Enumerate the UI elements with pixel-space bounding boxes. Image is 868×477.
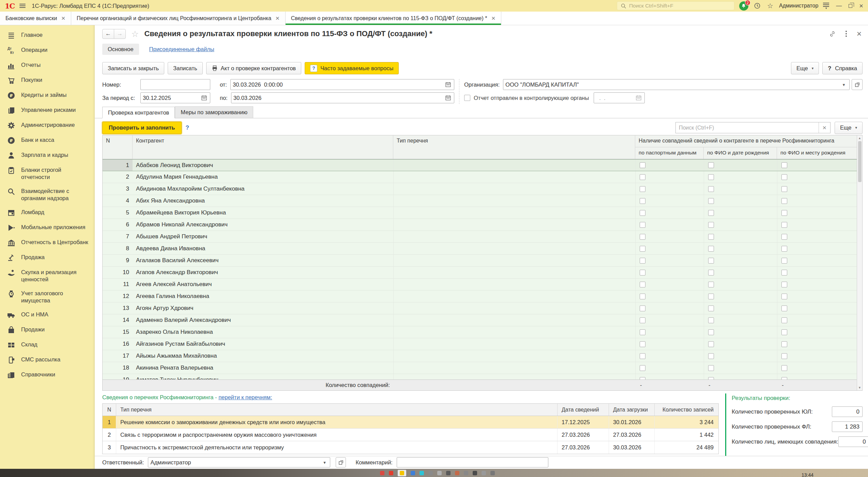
- match-checkbox[interactable]: [781, 270, 787, 275]
- match-checkbox[interactable]: [640, 162, 645, 168]
- contractor-row[interactable]: 4Абих Яна Александровна: [103, 195, 857, 207]
- check-help-link[interactable]: ?: [186, 124, 189, 131]
- contractor-row[interactable]: 13Агоян Артур Хдрович: [103, 302, 857, 314]
- col-list-type[interactable]: Тип перечня: [393, 135, 635, 159]
- match-checkbox[interactable]: [640, 353, 645, 359]
- contractor-row[interactable]: 3Абидинова Махларойим Султанбековна: [103, 183, 857, 195]
- col-contractor[interactable]: Контрагент: [133, 135, 393, 159]
- sidebar-item[interactable]: Склад: [0, 338, 95, 353]
- match-checkbox[interactable]: [640, 341, 645, 347]
- table-more-button[interactable]: Еще▾: [835, 122, 863, 134]
- match-checkbox[interactable]: [781, 186, 787, 192]
- calendar-icon[interactable]: [444, 82, 452, 87]
- comment-field[interactable]: [397, 457, 548, 467]
- open-responsible-button[interactable]: [336, 457, 346, 467]
- contractor-row[interactable]: 7Абышев Андрей Петрович: [103, 231, 857, 243]
- match-checkbox[interactable]: [781, 246, 787, 252]
- match-checkbox[interactable]: [708, 329, 714, 335]
- tab-close-icon[interactable]: ✕: [275, 15, 280, 21]
- sidebar-item[interactable]: СМС рассылка: [0, 353, 95, 368]
- link-icon[interactable]: [829, 30, 836, 38]
- faq-button[interactable]: ? Часто задаваемые вопросы: [305, 62, 399, 74]
- vertical-scrollbar[interactable]: ▲ ▼: [857, 135, 862, 390]
- match-checkbox[interactable]: [708, 282, 714, 287]
- history-icon[interactable]: [753, 2, 761, 10]
- clear-search-icon[interactable]: ✕: [819, 122, 830, 133]
- sidebar-item[interactable]: Справочники: [0, 368, 95, 383]
- match-checkbox[interactable]: [640, 246, 645, 252]
- list-row[interactable]: 1Решение комиссии о замораживании денежн…: [103, 416, 718, 429]
- match-checkbox[interactable]: [781, 174, 787, 180]
- back-button[interactable]: ←: [102, 29, 114, 39]
- result-value[interactable]: [832, 406, 863, 417]
- sidebar-item[interactable]: Ломбард: [0, 205, 95, 220]
- match-checkbox[interactable]: [781, 353, 787, 359]
- col-by-passport[interactable]: по паспортным данным: [635, 147, 704, 159]
- sidebar-item[interactable]: Управление рисками: [0, 103, 95, 118]
- close-window-button[interactable]: ×: [859, 2, 863, 10]
- calendar-icon[interactable]: [200, 95, 208, 101]
- match-checkbox[interactable]: [781, 222, 787, 228]
- tab-close-icon[interactable]: ✕: [491, 15, 496, 21]
- sidebar-item[interactable]: Продажи: [0, 323, 95, 338]
- save-button[interactable]: Записать: [168, 62, 203, 74]
- contractor-row[interactable]: 8Авдеева Диана Ивановна: [103, 243, 857, 255]
- contractor-row[interactable]: 15Азаренко Ольга Николаевна: [103, 326, 857, 338]
- match-checkbox[interactable]: [640, 174, 645, 180]
- scrollbar-thumb[interactable]: [858, 141, 862, 182]
- contractor-row[interactable]: 5Абрамейцева Виктория Юрьевна: [103, 207, 857, 219]
- close-form-button[interactable]: ✕: [856, 30, 862, 38]
- contractor-row[interactable]: 18Акинина Рената Валерьевна: [103, 362, 857, 374]
- taskbar-app-icon[interactable]: [482, 471, 486, 475]
- tab-contractor-check[interactable]: Проверка контрагентов: [102, 107, 175, 118]
- match-checkbox[interactable]: [640, 222, 645, 228]
- col-n[interactable]: N: [103, 135, 133, 159]
- sidebar-item[interactable]: Скупка и реализация ценностей: [0, 265, 95, 286]
- global-search-input[interactable]: [629, 3, 731, 9]
- go-to-lists-link[interactable]: перейти к перечням:: [218, 394, 272, 400]
- act-print-button[interactable]: Акт о проверке контрагентов: [206, 62, 302, 74]
- tab-main[interactable]: Основное: [102, 44, 139, 55]
- match-checkbox[interactable]: [640, 234, 645, 240]
- taskbar-app-icon[interactable]: [473, 471, 477, 475]
- contractor-row[interactable]: 17Айыжы Ажыкмаа Михайловна: [103, 350, 857, 362]
- global-search[interactable]: [617, 1, 734, 10]
- calendar-icon[interactable]: [635, 95, 642, 101]
- match-checkbox[interactable]: [640, 377, 645, 380]
- contractor-row[interactable]: 19Акматов Тилек Нурдунбекович: [103, 374, 857, 379]
- match-checkbox[interactable]: [640, 317, 645, 323]
- result-value[interactable]: [832, 421, 863, 432]
- match-checkbox[interactable]: [708, 305, 714, 311]
- dropdown-icon[interactable]: ▾: [321, 460, 328, 465]
- taskbar-app-icon[interactable]: [455, 471, 459, 475]
- match-checkbox[interactable]: [640, 198, 645, 204]
- taskbar-app-icon[interactable]: [389, 471, 393, 475]
- match-checkbox[interactable]: [708, 210, 714, 216]
- match-checkbox[interactable]: [781, 282, 787, 287]
- taskbar-app-icon[interactable]: [411, 471, 415, 475]
- match-checkbox[interactable]: [640, 270, 645, 275]
- table-search[interactable]: ✕: [675, 122, 831, 133]
- check-and-fill-button[interactable]: Проверить и заполнить: [102, 122, 182, 134]
- dropdown-icon[interactable]: ▾: [840, 82, 847, 87]
- sidebar-item[interactable]: Взаимодействие с органами надзора: [0, 184, 95, 205]
- col-by-name-birthplace[interactable]: по ФИО и месту рождения: [777, 147, 857, 159]
- match-checkbox[interactable]: [781, 317, 787, 323]
- match-checkbox[interactable]: [781, 162, 787, 168]
- period-to-field[interactable]: [231, 92, 454, 103]
- favorites-star-icon[interactable]: ☆: [766, 2, 774, 10]
- sidebar-item[interactable]: Бланки строгой отчетности: [0, 163, 95, 184]
- match-checkbox[interactable]: [781, 341, 787, 347]
- contractor-row[interactable]: 16Айгазинов Рустам Байгабылович: [103, 338, 857, 350]
- match-checkbox[interactable]: [708, 246, 714, 252]
- period-from-field[interactable]: [140, 92, 210, 103]
- report-sent-date-field[interactable]: [594, 92, 645, 103]
- contractor-row[interactable]: 14Адаменко Валерий Александрович: [103, 314, 857, 326]
- forward-button[interactable]: →: [114, 29, 126, 39]
- tab-close-icon[interactable]: ✕: [61, 15, 65, 21]
- tools-menu-icon[interactable]: ▾: [823, 3, 829, 9]
- match-checkbox[interactable]: [708, 222, 714, 228]
- taskbar-app-icon[interactable]: [398, 470, 406, 476]
- table-search-input[interactable]: [676, 122, 819, 133]
- contractor-row[interactable]: 10Агапов Александр Викторович: [103, 267, 857, 279]
